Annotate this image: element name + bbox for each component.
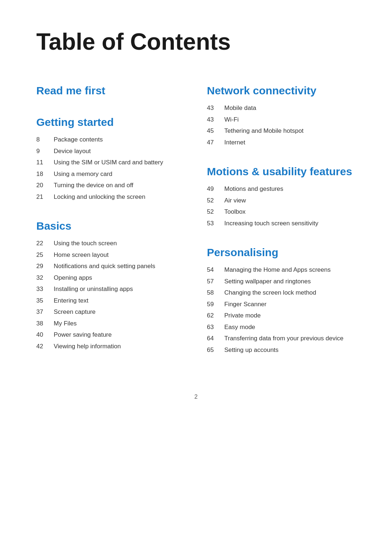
toc-number: 47: [207, 138, 224, 147]
toc-number: 45: [207, 126, 224, 136]
toc-number: 35: [36, 296, 54, 305]
toc-label: Package contents: [54, 135, 103, 144]
list-item: 43 Wi-Fi: [207, 115, 356, 124]
toc-label: Installing or uninstalling apps: [54, 284, 133, 294]
toc-label: Device layout: [54, 147, 91, 156]
toc-columns: Read me first Getting started 8 Package …: [36, 83, 356, 372]
toc-number: 58: [207, 288, 224, 297]
list-item: 35 Entering text: [36, 296, 185, 305]
toc-number: 62: [207, 311, 224, 320]
page-title: Table of Contents: [36, 29, 356, 54]
section-title-personalising: Personalising: [207, 245, 356, 259]
section-title-network-connectivity: Network connectivity: [207, 83, 356, 98]
toc-label: Transferring data from your previous dev…: [224, 334, 343, 343]
toc-number: 22: [36, 239, 54, 248]
section-personalising: Personalising 54 Managing the Home and A…: [207, 245, 356, 354]
list-item: 64 Transferring data from your previous …: [207, 334, 356, 343]
list-item: 11 Using the SIM or USIM card and batter…: [36, 158, 185, 167]
list-item: 29 Notifications and quick setting panel…: [36, 262, 185, 271]
toc-label: Opening apps: [54, 273, 92, 283]
toc-label: Screen capture: [54, 307, 95, 317]
list-item: 40 Power saving feature: [36, 330, 185, 340]
toc-number: 59: [207, 300, 224, 309]
toc-number: 57: [207, 277, 224, 286]
toc-number: 11: [36, 158, 54, 167]
toc-number: 63: [207, 323, 224, 332]
toc-label: Mobile data: [224, 103, 256, 113]
toc-number: 33: [36, 284, 54, 294]
list-item: 25 Home screen layout: [36, 250, 185, 260]
toc-number: 37: [36, 307, 54, 317]
list-item: 20 Turning the device on and off: [36, 181, 185, 190]
toc-label: Setting wallpaper and ringtones: [224, 277, 311, 286]
toc-number: 32: [36, 273, 54, 283]
list-item: 59 Finger Scanner: [207, 300, 356, 309]
toc-number: 49: [207, 184, 224, 194]
toc-number: 52: [207, 196, 224, 205]
list-item: 63 Easy mode: [207, 323, 356, 332]
toc-label: Turning the device on and off: [54, 181, 133, 190]
toc-label: Internet: [224, 138, 245, 147]
list-item: 53 Increasing touch screen sensitivity: [207, 219, 356, 228]
toc-label: Entering text: [54, 296, 88, 305]
section-title-motions-usability: Motions & usability features: [207, 164, 356, 178]
toc-number: 52: [207, 207, 224, 217]
toc-label: Viewing help information: [54, 342, 121, 351]
left-column: Read me first Getting started 8 Package …: [36, 83, 185, 372]
toc-number: 40: [36, 330, 54, 340]
section-motions-usability: Motions & usability features 49 Motions …: [207, 164, 356, 228]
section-title-basics: Basics: [36, 219, 185, 233]
list-item: 21 Locking and unlocking the screen: [36, 192, 185, 202]
toc-label: Tethering and Mobile hotspot: [224, 126, 303, 136]
toc-label: Managing the Home and Apps screens: [224, 265, 331, 275]
toc-number: 65: [207, 345, 224, 355]
toc-label: Using a memory card: [54, 169, 113, 179]
list-item: 32 Opening apps: [36, 273, 185, 283]
list-item: 43 Mobile data: [207, 103, 356, 113]
list-item: 65 Setting up accounts: [207, 345, 356, 355]
toc-label: Power saving feature: [54, 330, 112, 340]
section-read-me-first: Read me first: [36, 83, 185, 98]
toc-number: 53: [207, 219, 224, 228]
toc-label: Private mode: [224, 311, 261, 320]
toc-label: Using the touch screen: [54, 239, 117, 248]
list-item: 22 Using the touch screen: [36, 239, 185, 248]
list-item: 37 Screen capture: [36, 307, 185, 317]
list-item: 62 Private mode: [207, 311, 356, 320]
section-title-read-me-first: Read me first: [36, 83, 185, 98]
toc-label: Motions and gestures: [224, 184, 283, 194]
right-column: Network connectivity 43 Mobile data 43 W…: [207, 83, 356, 372]
toc-number: 18: [36, 169, 54, 179]
toc-label: Setting up accounts: [224, 345, 278, 355]
toc-label: Wi-Fi: [224, 115, 239, 124]
list-item: 57 Setting wallpaper and ringtones: [207, 277, 356, 286]
list-item: 54 Managing the Home and Apps screens: [207, 265, 356, 275]
toc-number: 8: [36, 135, 54, 144]
toc-number: 43: [207, 103, 224, 113]
list-item: 9 Device layout: [36, 147, 185, 156]
list-item: 38 My Files: [36, 319, 185, 328]
section-getting-started: Getting started 8 Package contents 9 Dev…: [36, 115, 185, 201]
section-title-getting-started: Getting started: [36, 115, 185, 129]
toc-label: Changing the screen lock method: [224, 288, 316, 297]
toc-number: 38: [36, 319, 54, 328]
list-item: 8 Package contents: [36, 135, 185, 144]
toc-number: 42: [36, 342, 54, 351]
toc-label: Increasing touch screen sensitivity: [224, 219, 318, 228]
toc-number: 21: [36, 192, 54, 202]
toc-number: 25: [36, 250, 54, 260]
toc-number: 54: [207, 265, 224, 275]
toc-label: Easy mode: [224, 323, 255, 332]
list-item: 52 Toolbox: [207, 207, 356, 217]
list-item: 58 Changing the screen lock method: [207, 288, 356, 297]
toc-label: Using the SIM or USIM card and battery: [54, 158, 163, 167]
section-network-connectivity: Network connectivity 43 Mobile data 43 W…: [207, 83, 356, 147]
toc-label: Finger Scanner: [224, 300, 266, 309]
section-basics: Basics 22 Using the touch screen 25 Home…: [36, 219, 185, 351]
page-number: 2: [36, 394, 356, 400]
toc-number: 43: [207, 115, 224, 124]
toc-number: 64: [207, 334, 224, 343]
toc-label: Notifications and quick setting panels: [54, 262, 155, 271]
toc-number: 29: [36, 262, 54, 271]
list-item: 49 Motions and gestures: [207, 184, 356, 194]
